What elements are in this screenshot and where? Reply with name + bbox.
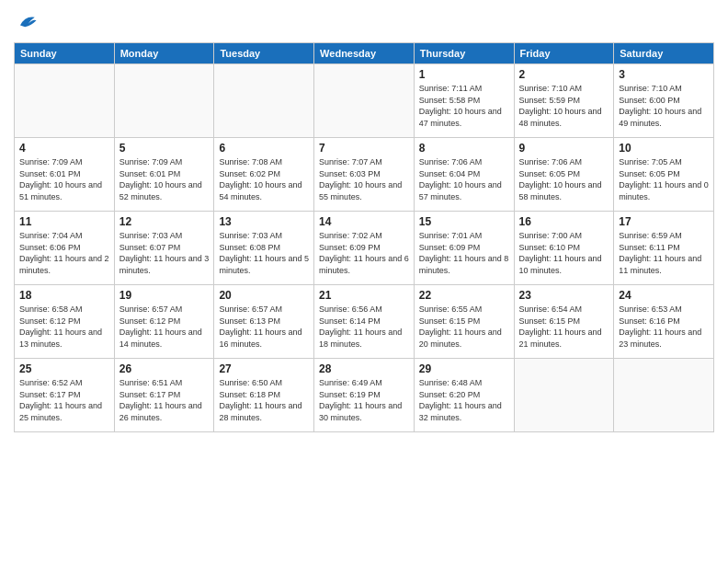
day-info: Sunrise: 6:53 AMSunset: 6:16 PMDaylight:… — [619, 304, 709, 350]
weekday-header-wednesday: Wednesday — [314, 43, 415, 64]
day-number: 13 — [219, 215, 309, 228]
day-info: Sunrise: 7:10 AMSunset: 6:00 PMDaylight:… — [619, 83, 709, 129]
day-number: 12 — [119, 215, 210, 228]
day-info: Sunrise: 7:03 AMSunset: 6:07 PMDaylight:… — [119, 230, 210, 276]
day-number: 19 — [119, 289, 210, 302]
week-row: 25Sunrise: 6:52 AMSunset: 6:17 PMDayligh… — [15, 359, 714, 432]
day-number: 11 — [19, 215, 109, 228]
day-info: Sunrise: 6:57 AMSunset: 6:12 PMDaylight:… — [119, 304, 210, 350]
day-number: 22 — [419, 289, 509, 302]
day-number: 28 — [319, 362, 409, 375]
day-cell: 4Sunrise: 7:09 AMSunset: 6:01 PMDaylight… — [15, 138, 115, 212]
day-info: Sunrise: 7:08 AMSunset: 6:02 PMDaylight:… — [219, 156, 309, 202]
day-cell: 11Sunrise: 7:04 AMSunset: 6:06 PMDayligh… — [15, 212, 115, 285]
day-info: Sunrise: 7:03 AMSunset: 6:08 PMDaylight:… — [219, 230, 309, 276]
day-cell: 24Sunrise: 6:53 AMSunset: 6:16 PMDayligh… — [614, 285, 714, 359]
day-info: Sunrise: 7:06 AMSunset: 6:05 PMDaylight:… — [519, 156, 609, 202]
day-cell — [114, 64, 214, 138]
day-info: Sunrise: 6:52 AMSunset: 6:17 PMDaylight:… — [19, 377, 109, 423]
day-info: Sunrise: 6:55 AMSunset: 6:15 PMDaylight:… — [419, 304, 509, 350]
day-cell: 7Sunrise: 7:07 AMSunset: 6:03 PMDaylight… — [314, 138, 415, 212]
day-number: 21 — [319, 289, 409, 302]
week-row: 11Sunrise: 7:04 AMSunset: 6:06 PMDayligh… — [15, 212, 714, 285]
day-number: 8 — [419, 142, 509, 155]
day-cell: 20Sunrise: 6:57 AMSunset: 6:13 PMDayligh… — [214, 285, 314, 359]
day-cell: 25Sunrise: 6:52 AMSunset: 6:17 PMDayligh… — [15, 359, 115, 432]
day-cell — [514, 359, 614, 432]
day-number: 14 — [319, 215, 409, 228]
weekday-header-tuesday: Tuesday — [214, 43, 314, 64]
day-number: 7 — [319, 142, 409, 155]
day-number: 9 — [519, 142, 609, 155]
day-cell: 29Sunrise: 6:48 AMSunset: 6:20 PMDayligh… — [414, 359, 514, 432]
day-number: 25 — [19, 362, 109, 375]
weekday-header-sunday: Sunday — [15, 43, 115, 64]
weekday-header-row: SundayMondayTuesdayWednesdayThursdayFrid… — [15, 43, 714, 64]
day-info: Sunrise: 7:10 AMSunset: 5:59 PMDaylight:… — [519, 83, 609, 129]
week-row: 4Sunrise: 7:09 AMSunset: 6:01 PMDaylight… — [15, 138, 714, 212]
day-cell: 17Sunrise: 6:59 AMSunset: 6:11 PMDayligh… — [614, 212, 714, 285]
day-cell: 21Sunrise: 6:56 AMSunset: 6:14 PMDayligh… — [314, 285, 415, 359]
day-number: 5 — [119, 142, 210, 155]
day-info: Sunrise: 7:09 AMSunset: 6:01 PMDaylight:… — [119, 156, 210, 202]
week-row: 18Sunrise: 6:58 AMSunset: 6:12 PMDayligh… — [15, 285, 714, 359]
weekday-header-friday: Friday — [514, 43, 614, 64]
day-info: Sunrise: 6:50 AMSunset: 6:18 PMDaylight:… — [219, 377, 309, 423]
day-number: 29 — [419, 362, 509, 375]
day-number: 17 — [619, 215, 709, 228]
day-info: Sunrise: 7:07 AMSunset: 6:03 PMDaylight:… — [319, 156, 409, 202]
day-info: Sunrise: 6:56 AMSunset: 6:14 PMDaylight:… — [319, 304, 409, 350]
day-cell: 19Sunrise: 6:57 AMSunset: 6:12 PMDayligh… — [114, 285, 214, 359]
day-cell: 9Sunrise: 7:06 AMSunset: 6:05 PMDaylight… — [514, 138, 614, 212]
day-number: 16 — [519, 215, 609, 228]
day-cell: 26Sunrise: 6:51 AMSunset: 6:17 PMDayligh… — [114, 359, 214, 432]
day-cell: 5Sunrise: 7:09 AMSunset: 6:01 PMDaylight… — [114, 138, 214, 212]
weekday-header-saturday: Saturday — [614, 43, 714, 64]
calendar: SundayMondayTuesdayWednesdayThursdayFrid… — [14, 42, 714, 432]
day-number: 2 — [519, 68, 609, 81]
header — [14, 9, 714, 35]
day-info: Sunrise: 6:58 AMSunset: 6:12 PMDaylight:… — [19, 304, 109, 350]
day-info: Sunrise: 7:00 AMSunset: 6:10 PMDaylight:… — [519, 230, 609, 276]
day-info: Sunrise: 6:59 AMSunset: 6:11 PMDaylight:… — [619, 230, 709, 276]
day-info: Sunrise: 7:06 AMSunset: 6:04 PMDaylight:… — [419, 156, 509, 202]
day-cell — [314, 64, 415, 138]
day-cell: 6Sunrise: 7:08 AMSunset: 6:02 PMDaylight… — [214, 138, 314, 212]
week-row: 1Sunrise: 7:11 AMSunset: 5:58 PMDaylight… — [15, 64, 714, 138]
day-number: 4 — [19, 142, 109, 155]
day-number: 10 — [619, 142, 709, 155]
day-cell: 18Sunrise: 6:58 AMSunset: 6:12 PMDayligh… — [15, 285, 115, 359]
logo — [14, 9, 43, 35]
day-info: Sunrise: 7:09 AMSunset: 6:01 PMDaylight:… — [19, 156, 109, 202]
day-cell: 3Sunrise: 7:10 AMSunset: 6:00 PMDaylight… — [614, 64, 714, 138]
day-info: Sunrise: 7:11 AMSunset: 5:58 PMDaylight:… — [419, 83, 509, 129]
day-cell: 14Sunrise: 7:02 AMSunset: 6:09 PMDayligh… — [314, 212, 415, 285]
day-info: Sunrise: 7:02 AMSunset: 6:09 PMDaylight:… — [319, 230, 409, 276]
day-info: Sunrise: 6:49 AMSunset: 6:19 PMDaylight:… — [319, 377, 409, 423]
day-number: 3 — [619, 68, 709, 81]
day-cell — [214, 64, 314, 138]
day-number: 27 — [219, 362, 309, 375]
day-number: 1 — [419, 68, 509, 81]
day-cell: 12Sunrise: 7:03 AMSunset: 6:07 PMDayligh… — [114, 212, 214, 285]
day-number: 15 — [419, 215, 509, 228]
day-cell: 28Sunrise: 6:49 AMSunset: 6:19 PMDayligh… — [314, 359, 415, 432]
day-number: 20 — [219, 289, 309, 302]
day-info: Sunrise: 6:51 AMSunset: 6:17 PMDaylight:… — [119, 377, 210, 423]
day-info: Sunrise: 6:48 AMSunset: 6:20 PMDaylight:… — [419, 377, 509, 423]
day-info: Sunrise: 7:01 AMSunset: 6:09 PMDaylight:… — [419, 230, 509, 276]
day-number: 26 — [119, 362, 210, 375]
page: SundayMondayTuesdayWednesdayThursdayFrid… — [0, 0, 728, 563]
day-cell: 16Sunrise: 7:00 AMSunset: 6:10 PMDayligh… — [514, 212, 614, 285]
logo-icon — [14, 9, 40, 35]
weekday-header-thursday: Thursday — [414, 43, 514, 64]
day-cell: 2Sunrise: 7:10 AMSunset: 5:59 PMDaylight… — [514, 64, 614, 138]
day-number: 18 — [19, 289, 109, 302]
day-info: Sunrise: 6:57 AMSunset: 6:13 PMDaylight:… — [219, 304, 309, 350]
day-number: 23 — [519, 289, 609, 302]
day-number: 24 — [619, 289, 709, 302]
day-cell: 27Sunrise: 6:50 AMSunset: 6:18 PMDayligh… — [214, 359, 314, 432]
day-cell: 23Sunrise: 6:54 AMSunset: 6:15 PMDayligh… — [514, 285, 614, 359]
day-number: 6 — [219, 142, 309, 155]
day-cell — [15, 64, 115, 138]
